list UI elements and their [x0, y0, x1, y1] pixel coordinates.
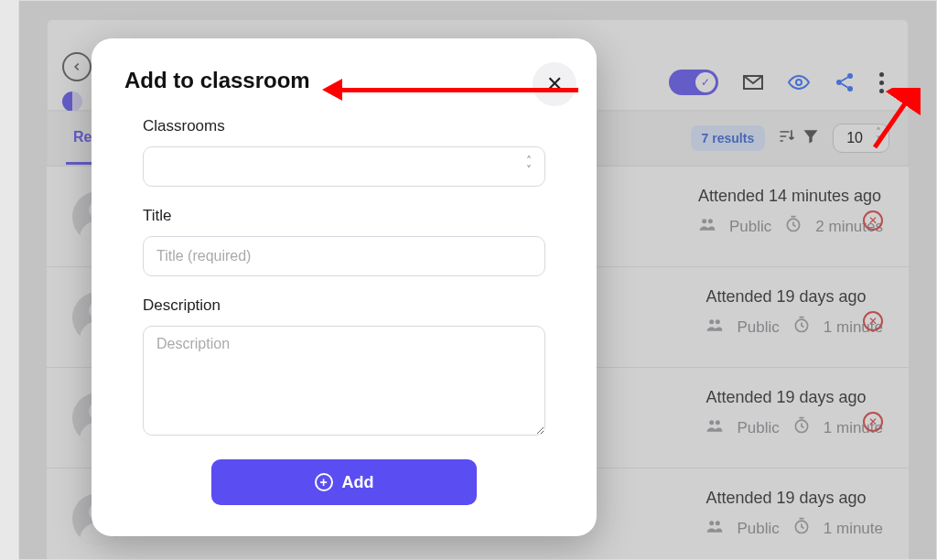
classrooms-label: Classrooms — [143, 117, 564, 135]
svg-point-10 — [710, 420, 715, 425]
people-icon — [698, 215, 716, 238]
visibility-text: Public — [737, 520, 779, 538]
page-size-value: 10 — [846, 130, 863, 145]
svg-point-5 — [708, 219, 713, 223]
results-count-pill: 7 results — [691, 125, 766, 151]
title-input[interactable] — [143, 236, 545, 276]
sort-icon[interactable] — [778, 127, 796, 149]
svg-point-13 — [710, 521, 715, 525]
status-dot — [62, 92, 82, 112]
timer-icon — [792, 416, 811, 439]
delete-button[interactable]: ✕ — [863, 311, 883, 331]
add-button-label: Add — [342, 473, 374, 492]
svg-point-8 — [716, 319, 720, 324]
toggle-knob: ✓ — [695, 72, 716, 92]
svg-point-4 — [702, 219, 706, 223]
chevron-updown-icon: ˄˅ — [526, 156, 532, 175]
annotation-arrow — [866, 88, 921, 152]
svg-point-3 — [847, 86, 853, 92]
eye-icon[interactable] — [788, 71, 810, 93]
people-icon — [705, 316, 724, 339]
duration-text: 1 minute — [824, 520, 883, 538]
visibility-text: Public — [729, 218, 771, 236]
people-icon — [705, 416, 724, 439]
visibility-text: Public — [737, 419, 779, 437]
timer-icon — [784, 215, 802, 238]
classrooms-select[interactable]: ˄˅ — [143, 146, 545, 187]
description-textarea[interactable] — [143, 326, 545, 436]
attended-text: Attended 14 minutes ago — [698, 187, 881, 206]
timer-icon — [792, 316, 811, 339]
people-icon — [705, 517, 724, 540]
plus-circle-icon: + — [315, 473, 333, 491]
add-button[interactable]: + Add — [211, 459, 477, 505]
svg-point-0 — [796, 80, 802, 85]
svg-point-2 — [836, 80, 842, 85]
annotation-arrow — [322, 83, 578, 96]
svg-point-1 — [847, 73, 853, 79]
svg-point-7 — [710, 319, 715, 324]
attended-text: Attended 19 days ago — [705, 388, 866, 407]
timer-icon — [792, 517, 811, 540]
back-button[interactable] — [62, 52, 92, 81]
visibility-text: Public — [737, 318, 779, 337]
title-label: Title — [143, 207, 564, 225]
svg-point-11 — [716, 420, 720, 425]
attended-text: Attended 19 days ago — [705, 489, 866, 508]
delete-button[interactable]: ✕ — [863, 412, 883, 432]
filter-icon[interactable] — [802, 127, 820, 149]
attended-text: Attended 19 days ago — [705, 287, 866, 307]
add-to-classroom-modal: Add to classroom ✕ Classrooms ˄˅ Title D… — [92, 38, 597, 536]
mail-icon[interactable] — [742, 71, 764, 93]
description-label: Description — [143, 296, 564, 315]
svg-point-14 — [716, 521, 720, 525]
publish-toggle[interactable]: ✓ — [669, 70, 718, 95]
delete-button[interactable]: ✕ — [863, 210, 883, 231]
share-icon[interactable] — [834, 71, 856, 93]
